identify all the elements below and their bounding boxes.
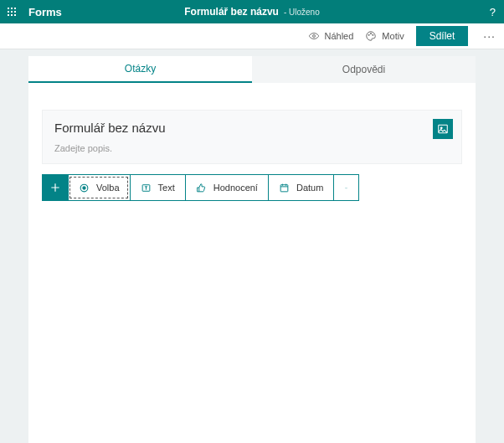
- document-title-group: Formulář bez názvu - Uloženo: [184, 6, 320, 18]
- chevron-down-icon: [344, 183, 348, 193]
- share-button[interactable]: Sdílet: [416, 26, 469, 46]
- save-status: - Uloženo: [284, 8, 320, 17]
- form-title-input[interactable]: Formulář bez názvu: [54, 121, 450, 135]
- thumbs-up-icon: [196, 183, 207, 193]
- tabs: Otázky Odpovědi: [28, 56, 476, 83]
- svg-point-0: [312, 35, 315, 38]
- preview-label: Náhled: [325, 31, 354, 41]
- add-question-button[interactable]: [43, 175, 68, 200]
- svg-point-7: [83, 186, 85, 188]
- svg-point-3: [373, 34, 373, 35]
- brand-label: Forms: [28, 6, 62, 18]
- palette-icon: [365, 30, 377, 42]
- document-title[interactable]: Formulář bez názvu: [184, 6, 279, 18]
- image-icon: [437, 123, 449, 135]
- form-title-card[interactable]: Formulář bez názvu Zadejte popis.: [42, 110, 462, 164]
- question-type-text[interactable]: Text: [130, 175, 185, 200]
- question-type-rating[interactable]: Hodnocení: [185, 175, 268, 200]
- rating-label: Hodnocení: [213, 183, 258, 193]
- help-icon[interactable]: ?: [490, 6, 496, 18]
- tab-responses[interactable]: Odpovědi: [252, 56, 476, 83]
- questions-panel: Formulář bez názvu Zadejte popis. Volba …: [28, 83, 476, 443]
- svg-rect-9: [280, 184, 288, 191]
- insert-image-button[interactable]: [433, 119, 453, 139]
- text-label: Text: [158, 183, 175, 193]
- preview-button[interactable]: Náhled: [308, 30, 354, 42]
- radio-icon: [79, 183, 90, 193]
- text-icon: [141, 183, 152, 193]
- svg-point-1: [368, 34, 369, 35]
- canvas: Otázky Odpovědi Formulář bez názvu Zadej…: [0, 49, 504, 443]
- more-button[interactable]: ···: [480, 29, 499, 43]
- add-question-row: Volba Text Hodnocení Datum: [42, 174, 359, 201]
- plus-icon: [49, 182, 61, 193]
- eye-icon: [308, 30, 320, 42]
- svg-point-5: [440, 127, 442, 129]
- svg-point-2: [371, 33, 372, 34]
- date-label: Datum: [296, 183, 323, 193]
- top-bar: Forms Formulář bez názvu - Uloženo ?: [0, 0, 504, 23]
- command-bar: Náhled Motiv Sdílet ···: [0, 23, 504, 49]
- question-type-more[interactable]: [333, 175, 358, 200]
- choice-label: Volba: [96, 183, 120, 193]
- calendar-icon: [279, 183, 290, 193]
- question-type-date[interactable]: Datum: [268, 175, 333, 200]
- tab-questions[interactable]: Otázky: [28, 56, 252, 83]
- theme-label: Motiv: [382, 31, 404, 41]
- app-launcher-icon[interactable]: [0, 0, 23, 23]
- theme-button[interactable]: Motiv: [365, 30, 404, 42]
- form-description-input[interactable]: Zadejte popis.: [54, 143, 450, 153]
- question-type-choice[interactable]: Volba: [68, 175, 130, 200]
